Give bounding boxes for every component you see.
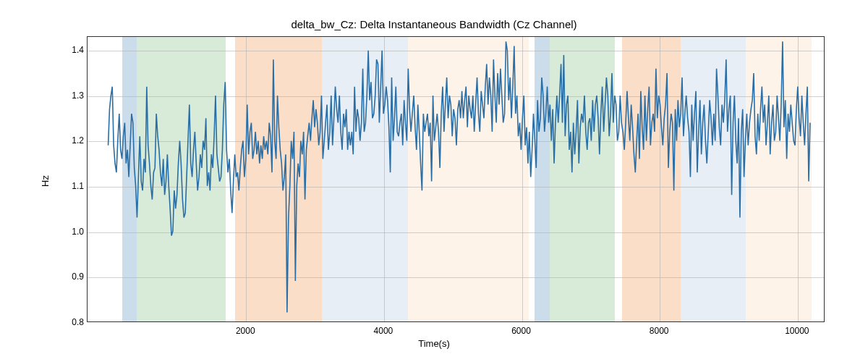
- x-axis-label: Time(s): [0, 338, 868, 349]
- x-tick: 8000: [650, 326, 669, 336]
- y-tick: 0.9: [62, 272, 84, 282]
- y-axis-label: Hz: [40, 175, 51, 187]
- y-tick: 1.3: [62, 90, 84, 101]
- x-tick: 6000: [511, 326, 531, 336]
- x-tick: 10000: [785, 326, 809, 336]
- y-tick: 1.2: [62, 135, 84, 146]
- line-series: [88, 37, 824, 321]
- series-line: [109, 41, 810, 312]
- x-tick: 4000: [374, 326, 393, 336]
- chart-title: delta_bw_Cz: Delta Instantaneous Bandwid…: [0, 18, 868, 30]
- y-tick: 0.8: [62, 317, 84, 327]
- y-tick: 1.4: [62, 45, 84, 55]
- chart-container: delta_bw_Cz: Delta Instantaneous Bandwid…: [0, 0, 868, 362]
- y-tick: 1.1: [62, 181, 84, 191]
- x-tick: 2000: [236, 326, 255, 336]
- plot-area: [87, 36, 825, 322]
- y-tick: 1.0: [62, 227, 84, 237]
